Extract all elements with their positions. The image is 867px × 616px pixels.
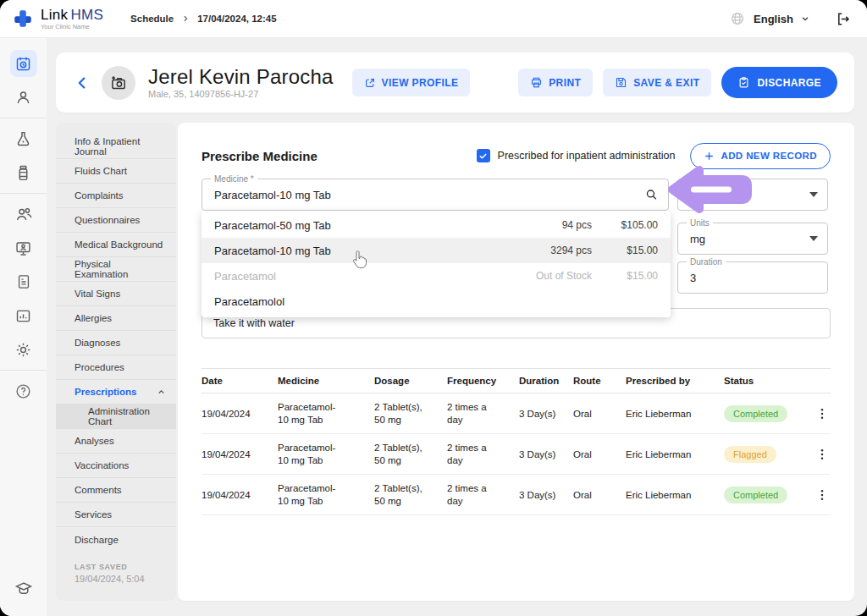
- language-selector[interactable]: English: [754, 13, 810, 25]
- caret-down-icon: [809, 192, 818, 197]
- breadcrumb-section[interactable]: Schedule: [130, 14, 174, 24]
- duration-input[interactable]: Duration 3: [677, 261, 828, 294]
- table-row: 19/04/2024 Paracetamol-10 mg Tab 2 Table…: [202, 393, 831, 434]
- sidebar-item-fluids-chart[interactable]: Fluids Chart: [56, 159, 176, 184]
- sidebar-item-discharge[interactable]: Discharge: [56, 527, 176, 552]
- rail-divider: [0, 193, 47, 194]
- sidebar-item-procedures[interactable]: Procedures: [56, 355, 176, 380]
- caret-down-icon: [809, 236, 818, 241]
- col-header-date: Date: [202, 376, 278, 386]
- last-saved: LAST SAVED 19/04/2024, 5:04: [56, 563, 176, 601]
- duration-field-label: Duration: [687, 256, 726, 267]
- rail-statistics-chart-icon[interactable]: [0, 299, 47, 333]
- brand-name-light: HMS: [70, 7, 103, 23]
- prescriptions-table: Date Medicine Dosage Frequency Duration …: [202, 368, 831, 515]
- col-header-medicine: Medicine: [278, 376, 374, 386]
- medicine-field-label: Medicine *: [211, 173, 257, 184]
- status-badge: Completed: [724, 405, 787, 422]
- sidebar-item-services[interactable]: Services: [56, 503, 176, 527]
- sidebar-item-vaccinations[interactable]: Vaccinations: [56, 454, 176, 478]
- print-button[interactable]: PRINT: [518, 69, 593, 96]
- units-select[interactable]: Units mg: [677, 223, 828, 255]
- col-header-duration: Duration: [519, 376, 573, 386]
- rail-help-icon[interactable]: [0, 374, 47, 408]
- medicine-option-out-of-stock: Paracetamol Out of Stock $15.00: [202, 263, 671, 289]
- rail-telehealth-monitor-icon[interactable]: [0, 231, 47, 265]
- brand-tagline: Your Clinic Name: [41, 24, 103, 30]
- view-profile-button[interactable]: VIEW PROFILE: [352, 69, 471, 96]
- chevron-right-icon: [181, 14, 190, 23]
- language-label: English: [754, 13, 793, 25]
- table-row: 19/04/2024 Paracetamol-10 mg Tab 2 Table…: [202, 475, 831, 515]
- back-chevron-icon[interactable]: [73, 74, 91, 92]
- sidebar-item-vital-signs[interactable]: Vital Signs: [56, 282, 176, 306]
- brand-cross-icon: [12, 8, 34, 30]
- medicine-input[interactable]: Medicine * Paracetamol-10 mg Tab: [202, 179, 669, 211]
- sidebar-item-comments[interactable]: Comments: [56, 478, 176, 503]
- external-link-icon: [364, 77, 376, 89]
- top-bar: LinkHMS Your Clinic Name Schedule 17/04/…: [0, 0, 867, 38]
- rail-patient-person-icon[interactable]: [0, 80, 47, 114]
- checkbox-checked-icon[interactable]: [477, 149, 490, 162]
- rail-settings-gear-icon[interactable]: [0, 333, 47, 366]
- save-exit-button[interactable]: SAVE & EXIT: [603, 69, 711, 96]
- duration-field-value: 3: [690, 272, 696, 284]
- patient-sidebar-menu: Info & Inpatient Journal Fluids Chart Co…: [56, 123, 176, 601]
- medicine-dropdown: Paracetamol-50 mg Tab 94 pcs $105.00 Par…: [202, 211, 671, 317]
- discharge-button[interactable]: DISCHARGE: [721, 67, 837, 98]
- last-saved-label: LAST SAVED: [75, 563, 176, 571]
- inpatient-administration-checkbox[interactable]: Prescribed for inpatient administration: [477, 149, 676, 162]
- sidebar-item-analyses[interactable]: Analyses: [56, 429, 176, 454]
- row-actions-kebab-icon[interactable]: [815, 448, 831, 461]
- sidebar-item-questionnaires[interactable]: Questionnaires: [56, 208, 176, 233]
- status-badge: Completed: [724, 487, 787, 503]
- sidebar-item-medical-background[interactable]: Medical Background: [56, 233, 176, 257]
- sidebar-item-physical-examination[interactable]: Physical Examination: [56, 257, 176, 282]
- patient-avatar-camera-icon[interactable]: [102, 66, 135, 100]
- rail-staff-group-icon[interactable]: [0, 197, 47, 231]
- sidebar-item-diagnoses[interactable]: Diagnoses: [56, 331, 176, 355]
- logout-icon[interactable]: [836, 11, 852, 27]
- sidebar-item-info-inpatient-journal[interactable]: Info & Inpatient Journal: [56, 135, 176, 159]
- rail-lab-flask-icon[interactable]: [0, 122, 47, 156]
- brand-name-bold: Link: [41, 7, 68, 23]
- rail-schedule-calendar-icon[interactable]: [0, 47, 47, 80]
- rail-divider: [0, 370, 47, 371]
- patient-name: Jerel Kevin Parocha: [148, 66, 334, 88]
- col-header-dosage: Dosage: [374, 376, 447, 386]
- annotation-arrow-left-icon: [665, 163, 754, 219]
- sidebar-item-administration-chart[interactable]: Administration Chart: [56, 404, 176, 429]
- breadcrumb-current: 17/04/2024, 12:45: [197, 14, 276, 24]
- printer-icon: [530, 76, 543, 89]
- table-row: 19/04/2024 Paracetamol-10 mg Tab 2 Table…: [202, 434, 831, 475]
- rail-medicine-bottle-icon[interactable]: [0, 156, 47, 190]
- rail-learning-graduation-icon[interactable]: [0, 572, 47, 606]
- brand-logo[interactable]: LinkHMS Your Clinic Name: [12, 8, 103, 30]
- breadcrumb: Schedule 17/04/2024, 12:45: [130, 14, 277, 24]
- plus-icon: [704, 151, 715, 162]
- units-field-value: mg: [690, 233, 705, 245]
- chevron-down-icon: [800, 14, 810, 24]
- hand-cursor-icon: [351, 250, 368, 273]
- status-badge: Flagged: [724, 446, 776, 463]
- sidebar-item-prescriptions[interactable]: Prescriptions: [56, 380, 176, 404]
- medicine-option-highlighted[interactable]: Paracetamol-10 mg Tab 3294 pcs $15.00: [202, 238, 671, 263]
- last-saved-value: 19/04/2024, 5:04: [75, 574, 176, 584]
- medicine-option[interactable]: Paracetamolol: [202, 289, 671, 314]
- medicine-option[interactable]: Paracetamol-50 mg Tab 94 pcs $105.00: [202, 212, 671, 238]
- patient-header: Jerel Kevin Parocha Male, 35, 14097856-H…: [56, 52, 854, 113]
- col-header-route: Route: [573, 376, 626, 386]
- col-header-prescribed-by: Prescribed by: [626, 376, 724, 386]
- notes-value: Take it with water: [213, 317, 295, 329]
- globe-icon: [730, 11, 745, 26]
- col-header-frequency: Frequency: [447, 376, 519, 386]
- col-header-status: Status: [724, 376, 809, 386]
- app-window: LinkHMS Your Clinic Name Schedule 17/04/…: [0, 0, 867, 616]
- sidebar-item-complaints[interactable]: Complaints: [56, 184, 176, 208]
- medicine-field-value: Paracetamol-10 mg Tab: [214, 189, 331, 201]
- row-actions-kebab-icon[interactable]: [815, 407, 831, 421]
- sidebar-item-allergies[interactable]: Allergies: [56, 306, 176, 331]
- row-actions-kebab-icon[interactable]: [815, 488, 831, 502]
- rail-invoice-document-icon[interactable]: [0, 265, 47, 299]
- search-icon[interactable]: [644, 188, 659, 202]
